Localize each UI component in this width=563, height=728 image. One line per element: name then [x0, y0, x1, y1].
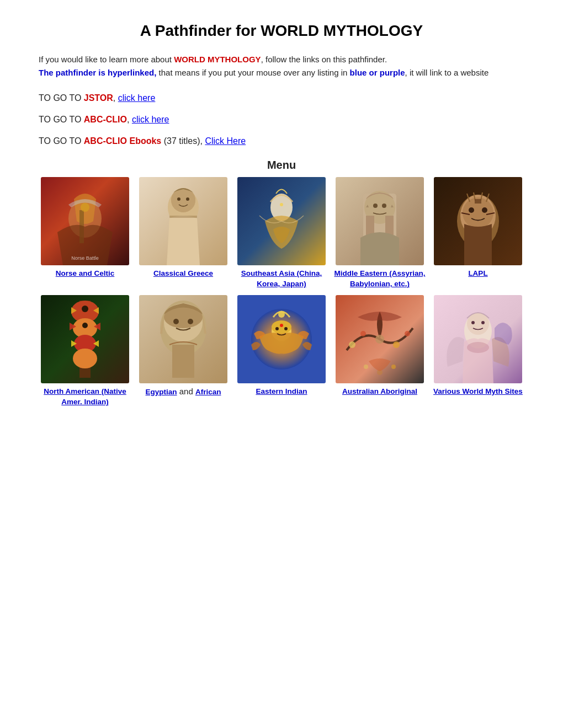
- svg-point-62: [391, 365, 396, 369]
- menu-grid-row1: Norse Battle Norse and Celtic: [39, 177, 524, 290]
- menu-item-eastern: Eastern Indian: [235, 295, 328, 408]
- jstor-link[interactable]: click here: [118, 93, 156, 103]
- svg-point-43: [173, 319, 179, 324]
- svg-point-55: [349, 341, 355, 348]
- eastern-link[interactable]: Eastern Indian: [256, 387, 307, 397]
- menu-item-northam: North American (Native Amer. Indian): [39, 295, 131, 408]
- greece-image-box: [139, 177, 227, 265]
- menu-title: Menu: [39, 159, 524, 172]
- abcclio-ebooks-link-line: TO GO TO ABC-CLIO Ebooks (37 titles), Cl…: [39, 133, 524, 149]
- jstor-prefix: TO GO TO: [39, 93, 84, 103]
- norse-link[interactable]: Norse and Celtic: [56, 269, 115, 279]
- various-image: [434, 295, 522, 383]
- intro-world-mythology: WORLD MYTHOLOGY: [174, 55, 261, 64]
- svg-point-52: [280, 324, 283, 327]
- svg-point-66: [471, 321, 475, 324]
- svg-point-60: [364, 365, 368, 369]
- egypt-image: [139, 295, 227, 383]
- menu-grid-row2: North American (Native Amer. Indian): [39, 295, 524, 408]
- northam-image-box: [41, 295, 129, 383]
- svg-point-27: [482, 207, 487, 213]
- australia-image-box: [336, 295, 424, 383]
- norse-image-box: Norse Battle: [41, 177, 129, 265]
- menu-item-egypt: Egyptian and African: [137, 295, 230, 408]
- australia-link[interactable]: Australian Aboriginal: [342, 387, 417, 397]
- greece-link[interactable]: Classical Greece: [153, 269, 213, 279]
- intro-hyperlinked: The pathfinder is hyperlinked,: [39, 68, 156, 77]
- menu-item-greece: Classical Greece: [137, 177, 230, 290]
- intro-line1-pre: If you would like to learn more about: [39, 55, 174, 64]
- svg-point-58: [393, 341, 400, 348]
- svg-point-3: [81, 203, 89, 212]
- svg-point-36: [73, 349, 97, 368]
- svg-point-44: [188, 319, 193, 324]
- australia-image: [336, 295, 424, 383]
- african-link[interactable]: African: [195, 388, 221, 396]
- middle-image: [336, 177, 424, 265]
- eastern-image: [237, 295, 326, 383]
- svg-point-56: [360, 331, 366, 336]
- middle-image-box: [336, 177, 424, 265]
- intro-line1-post: , follow the links on this pathfinder.: [261, 55, 387, 64]
- menu-item-middle: Middle Eastern (Assyrian, Babylonian, et…: [333, 177, 426, 290]
- svg-point-51: [284, 327, 288, 330]
- middle-link[interactable]: Middle Eastern (Assyrian, Babylonian, et…: [333, 269, 426, 290]
- menu-item-asia: Southeast Asia (China, Korea, Japan): [235, 177, 328, 290]
- abcclio-brand: ABC-CLIO: [84, 115, 127, 124]
- intro-section: If you would like to learn more about WO…: [39, 53, 524, 79]
- svg-point-20: [373, 204, 378, 208]
- asia-image-box: [237, 177, 326, 265]
- svg-text:Norse Battle: Norse Battle: [71, 255, 99, 261]
- abcclio-ebooks-brand: ABC-CLIO Ebooks: [84, 136, 161, 146]
- abcclio-ebooks-prefix: TO GO TO: [39, 136, 84, 146]
- egypt-image-box: [139, 295, 227, 383]
- abcclio-link-line: TO GO TO ABC-CLIO, click here: [39, 112, 524, 128]
- intro-line2-mid: that means if you put your mouse over an…: [156, 68, 349, 77]
- svg-point-53: [278, 311, 285, 318]
- abcclio-link[interactable]: click here: [132, 115, 169, 124]
- jstor-link-line: TO GO TO JSTOR, click here: [39, 90, 524, 106]
- svg-point-38: [82, 323, 88, 328]
- intro-line2-post: , it will link to a website: [405, 68, 489, 77]
- svg-point-10: [186, 197, 189, 201]
- greece-image: [139, 177, 227, 265]
- external-links: TO GO TO JSTOR, click here TO GO TO ABC-…: [39, 90, 524, 149]
- various-image-box: [434, 295, 522, 383]
- asia-image: [237, 177, 326, 265]
- egyptian-link[interactable]: Egyptian: [146, 388, 177, 396]
- svg-point-68: [467, 342, 489, 353]
- asia-link[interactable]: Southeast Asia (China, Korea, Japan): [235, 269, 328, 290]
- svg-point-67: [481, 321, 485, 324]
- lapl-image: [434, 177, 522, 265]
- egypt-label: Egyptian and African: [146, 387, 221, 398]
- svg-point-9: [177, 197, 180, 201]
- lapl-image-box: [434, 177, 522, 265]
- jstor-brand: JSTOR: [84, 93, 113, 103]
- lapl-link[interactable]: LAPL: [468, 269, 487, 279]
- svg-point-37: [82, 306, 88, 312]
- norse-image: Norse Battle: [41, 177, 129, 265]
- abcclio-ebooks-link[interactable]: Click Here: [205, 136, 246, 146]
- menu-item-australia: Australian Aboriginal: [333, 295, 426, 408]
- svg-rect-28: [475, 199, 481, 204]
- svg-point-59: [405, 331, 410, 336]
- svg-rect-45: [172, 345, 194, 378]
- various-link[interactable]: Various World Myth Sites: [433, 387, 523, 397]
- page-title: A Pathfinder for WORLD MYTHOLOGY: [39, 22, 524, 40]
- svg-rect-11: [169, 216, 197, 218]
- abcclio-prefix: TO GO TO: [39, 115, 84, 124]
- menu-item-various: Various World Myth Sites: [432, 295, 524, 408]
- northam-link[interactable]: North American (Native Amer. Indian): [39, 387, 131, 408]
- northam-image: [41, 295, 129, 383]
- svg-point-26: [469, 207, 474, 213]
- intro-color-ref: blue or purple: [350, 68, 405, 77]
- eastern-image-box: [237, 295, 326, 383]
- svg-point-14: [280, 203, 283, 206]
- svg-point-50: [275, 327, 279, 330]
- menu-item-lapl: LAPL: [432, 177, 524, 290]
- menu-item-norse: Norse Battle Norse and Celtic: [39, 177, 131, 290]
- svg-point-21: [382, 204, 386, 208]
- svg-point-57: [375, 335, 384, 344]
